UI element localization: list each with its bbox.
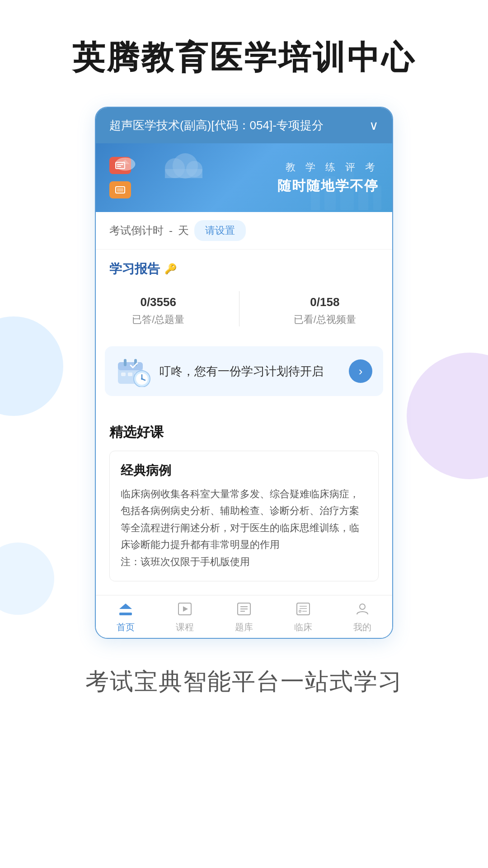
profile-icon bbox=[356, 603, 369, 618]
featured-courses-section: 精选好课 经典病例 临床病例收集各科室大量常多发、综合疑难临床病症，包括各病例病… bbox=[96, 412, 392, 595]
promo-banner: 教 学 练 评 考 随时随地学不停 bbox=[96, 143, 392, 212]
countdown-unit: 天 bbox=[178, 223, 189, 238]
svg-rect-14 bbox=[165, 169, 202, 178]
svg-rect-39 bbox=[299, 610, 301, 612]
page-title: 英腾教育医学培训中心 bbox=[72, 36, 416, 80]
countdown-bar: 考试倒计时 - 天 请设置 bbox=[96, 212, 392, 250]
nav-item-mine[interactable]: 我的 bbox=[333, 603, 392, 633]
phone-header: 超声医学技术(副高)[代码：054]-专项提分 ∨ bbox=[96, 108, 392, 143]
nav-item-home[interactable]: 首页 bbox=[96, 603, 155, 633]
videos-stat: 0/158 已看/总视频量 bbox=[294, 291, 356, 326]
nav-label-clinical: 临床 bbox=[294, 621, 312, 633]
svg-point-26 bbox=[141, 378, 143, 380]
nav-label-mine: 我的 bbox=[353, 621, 371, 633]
svg-marker-31 bbox=[183, 606, 188, 612]
phone-mockup: 超声医学技术(副高)[代码：054]-专项提分 ∨ bbox=[95, 107, 393, 639]
cloud-icon bbox=[159, 150, 204, 181]
home-icon bbox=[118, 603, 133, 618]
bottom-navigation: 首页 课程 bbox=[96, 595, 392, 638]
svg-rect-19 bbox=[121, 373, 126, 376]
svg-rect-29 bbox=[124, 609, 127, 613]
stats-divider bbox=[239, 291, 239, 326]
banner-text: 教 学 练 评 考 随时随地学不停 bbox=[277, 160, 379, 195]
study-plan-arrow-button[interactable]: › bbox=[349, 359, 372, 383]
banner-tagline: 教 学 练 评 考 bbox=[277, 160, 379, 174]
nav-item-questions[interactable]: 题库 bbox=[214, 603, 273, 633]
nav-label-questions: 题库 bbox=[235, 621, 253, 633]
svg-rect-36 bbox=[297, 603, 310, 615]
nav-item-course[interactable]: 课程 bbox=[155, 603, 214, 633]
header-dropdown-icon[interactable]: ∨ bbox=[369, 118, 379, 133]
svg-rect-27 bbox=[119, 613, 132, 615]
nav-label-course: 课程 bbox=[176, 621, 194, 633]
questionbank-icon bbox=[237, 603, 251, 618]
questions-label: 已答/总题量 bbox=[132, 313, 184, 326]
calendar-icon bbox=[116, 355, 152, 387]
svg-marker-28 bbox=[119, 604, 132, 609]
svg-rect-10 bbox=[117, 188, 123, 192]
page-subtitle: 考试宝典智能平台一站式学习 bbox=[85, 666, 403, 698]
videos-label: 已看/总视频量 bbox=[294, 313, 356, 326]
header-title: 超声医学技术(副高)[代码：054]-专项提分 bbox=[109, 118, 365, 133]
study-plan-wrapper: 叮咚，您有一份学习计划待开启 › bbox=[96, 346, 392, 412]
questions-stat: 0/3556 已答/总题量 bbox=[132, 291, 184, 326]
study-report-section: 学习报告 🔑 0/3556 已答/总题量 0/158 已看/总视频量 bbox=[96, 250, 392, 344]
banner-icon-orange bbox=[109, 181, 131, 198]
questions-answered: 0/3556 bbox=[132, 291, 184, 310]
course-title: 经典病例 bbox=[121, 462, 367, 479]
clinical-icon bbox=[296, 603, 310, 618]
set-countdown-button[interactable]: 请设置 bbox=[194, 220, 246, 241]
stats-row: 0/3556 已答/总题量 0/158 已看/总视频量 bbox=[109, 287, 379, 334]
banner-icons bbox=[109, 157, 131, 198]
key-icon: 🔑 bbox=[164, 263, 177, 275]
svg-rect-17 bbox=[124, 359, 127, 366]
countdown-label: 考试倒计时 bbox=[109, 223, 164, 238]
svg-point-41 bbox=[360, 604, 365, 609]
countdown-dash: - bbox=[169, 224, 173, 237]
videos-watched: 0/158 bbox=[294, 291, 356, 310]
nav-item-clinical[interactable]: 临床 bbox=[274, 603, 333, 633]
study-report-title: 学习报告 🔑 bbox=[109, 260, 379, 278]
svg-rect-16 bbox=[118, 362, 143, 370]
play-icon bbox=[178, 603, 192, 618]
study-plan-banner[interactable]: 叮咚，您有一份学习计划待开启 › bbox=[105, 346, 383, 396]
nav-label-home: 首页 bbox=[117, 621, 135, 633]
course-description: 临床病例收集各科室大量常多发、综合疑难临床病症，包括各病例病史分析、辅助检查、诊… bbox=[121, 486, 367, 570]
study-plan-text: 叮咚，您有一份学习计划待开启 bbox=[159, 363, 342, 379]
banner-main-text: 随时随地学不停 bbox=[277, 177, 379, 195]
course-card[interactable]: 经典病例 临床病例收集各科室大量常多发、综合疑难临床病症，包括各病例病史分析、辅… bbox=[109, 451, 379, 581]
svg-rect-20 bbox=[128, 373, 132, 376]
featured-title: 精选好课 bbox=[109, 423, 379, 442]
